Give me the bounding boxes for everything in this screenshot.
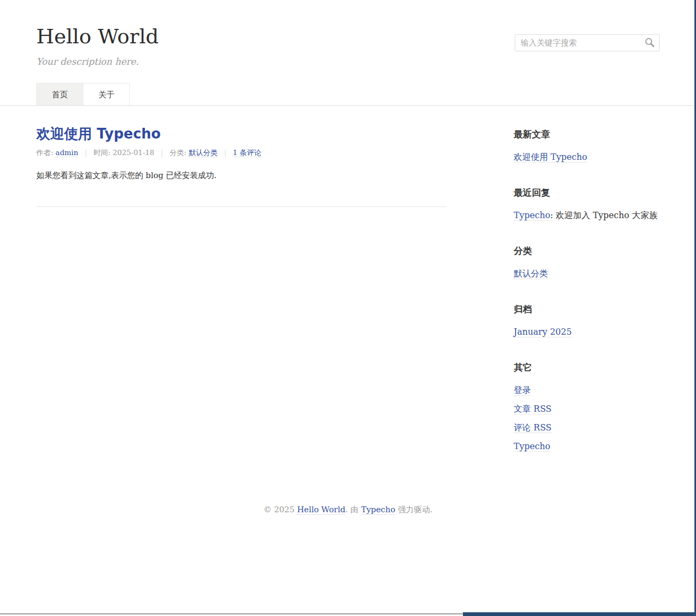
sidebar-widget: 最新文章欢迎使用 Typecho bbox=[514, 128, 660, 163]
site-description: Your description here. bbox=[36, 56, 660, 67]
copyright-prefix: © 2025 bbox=[264, 505, 297, 514]
date-label: 时间: bbox=[94, 148, 113, 157]
post-divider bbox=[36, 206, 447, 207]
main-nav: 首页关于 bbox=[36, 83, 660, 105]
bottom-edge-line bbox=[0, 613, 464, 614]
widget-list: 欢迎使用 Typecho bbox=[514, 151, 660, 163]
category-link[interactable]: 默认分类 bbox=[189, 148, 218, 157]
bottom-navy-bar bbox=[463, 612, 696, 616]
widget-link[interactable]: 默认分类 bbox=[514, 268, 548, 279]
widget-link[interactable]: 评论 RSS bbox=[514, 422, 552, 433]
widget-list-item: January 2025 bbox=[514, 326, 660, 338]
widget-list: January 2025 bbox=[514, 326, 660, 338]
widget-list-item: 评论 RSS bbox=[514, 422, 660, 434]
widget-title: 分类 bbox=[514, 245, 660, 257]
post-body: 如果您看到这篇文章,表示您的 blog 已经安装成功. bbox=[36, 169, 447, 182]
nav-item-about[interactable]: 关于 bbox=[83, 83, 130, 105]
meta-separator: | bbox=[84, 148, 87, 157]
sidebar-widget: 归档January 2025 bbox=[514, 303, 660, 338]
widget-title: 归档 bbox=[514, 303, 660, 315]
search-button[interactable] bbox=[640, 35, 659, 51]
widget-list-item: Typecho: 欢迎加入 Typecho 大家族 bbox=[514, 210, 660, 221]
sidebar-widget: 最近回复Typecho: 欢迎加入 Typecho 大家族 bbox=[514, 187, 660, 221]
search-input[interactable] bbox=[515, 34, 660, 51]
author-label: 作者: bbox=[36, 148, 56, 157]
widget-list: Typecho: 欢迎加入 Typecho 大家族 bbox=[514, 210, 660, 221]
widget-item-text: : 欢迎加入 Typecho 大家族 bbox=[550, 210, 658, 220]
widget-title: 最新文章 bbox=[514, 128, 660, 141]
widget-link[interactable]: Typecho bbox=[514, 210, 550, 221]
sidebar-widget: 分类默认分类 bbox=[514, 245, 660, 280]
widget-link[interactable]: 文章 RSS bbox=[514, 404, 552, 414]
widget-list-item: Typecho bbox=[514, 441, 660, 452]
post-list: 欢迎使用 Typecho 作者: admin|时间: 2025-01-18|分类… bbox=[36, 106, 447, 207]
search-form bbox=[515, 34, 660, 51]
widget-title: 最近回复 bbox=[514, 187, 660, 199]
site-header: Hello World Your description here. 首页关于 bbox=[0, 0, 696, 106]
widget-list-item: 文章 RSS bbox=[514, 403, 660, 415]
widget-list: 默认分类 bbox=[514, 268, 660, 280]
author-link[interactable]: admin bbox=[56, 148, 79, 157]
sidebar-widget: 其它登录文章 RSS评论 RSSTypecho bbox=[514, 361, 660, 452]
post: 欢迎使用 Typecho 作者: admin|时间: 2025-01-18|分类… bbox=[36, 126, 447, 207]
post-date: 2025-01-18 bbox=[113, 148, 154, 157]
copyright-suffix: 强力驱动. bbox=[395, 505, 432, 514]
footer-typecho-link[interactable]: Typecho bbox=[361, 505, 395, 515]
post-meta: 作者: admin|时间: 2025-01-18|分类: 默认分类|1 条评论 bbox=[36, 148, 447, 157]
meta-separator: | bbox=[161, 148, 164, 157]
meta-separator: | bbox=[224, 148, 227, 157]
site-title-link[interactable]: Hello World bbox=[36, 25, 159, 48]
widget-list: 登录文章 RSS评论 RSSTypecho bbox=[514, 384, 660, 452]
widget-list-item: 欢迎使用 Typecho bbox=[514, 151, 660, 163]
content-area: 欢迎使用 Typecho 作者: admin|时间: 2025-01-18|分类… bbox=[36, 106, 660, 505]
sidebar: 最新文章欢迎使用 Typecho最近回复Typecho: 欢迎加入 Typech… bbox=[514, 106, 660, 459]
widget-link[interactable]: 登录 bbox=[514, 385, 531, 396]
widget-link[interactable]: Typecho bbox=[514, 441, 550, 452]
footer-site-link[interactable]: Hello World bbox=[297, 505, 345, 515]
nav-item-home[interactable]: 首页 bbox=[36, 83, 83, 105]
typecho-blog-page: { "site": { "title": "Hello World", "des… bbox=[0, 0, 696, 616]
widget-link[interactable]: January 2025 bbox=[514, 327, 572, 337]
widget-list-item: 登录 bbox=[514, 384, 660, 396]
site-footer: © 2025 Hello World. 由 Typecho 强力驱动. bbox=[0, 505, 696, 514]
post-title: 欢迎使用 Typecho bbox=[36, 126, 447, 141]
comments-link[interactable]: 1 条评论 bbox=[233, 148, 261, 157]
category-label: 分类: bbox=[169, 148, 189, 157]
copyright-middle: . 由 bbox=[345, 505, 361, 514]
copyright: © 2025 Hello World. 由 Typecho 强力驱动. bbox=[0, 505, 696, 514]
post-title-link[interactable]: 欢迎使用 Typecho bbox=[36, 126, 161, 142]
widget-title: 其它 bbox=[514, 361, 660, 374]
widget-list-item: 默认分类 bbox=[514, 268, 660, 280]
search-icon bbox=[644, 41, 655, 49]
widget-link[interactable]: 欢迎使用 Typecho bbox=[514, 152, 587, 163]
